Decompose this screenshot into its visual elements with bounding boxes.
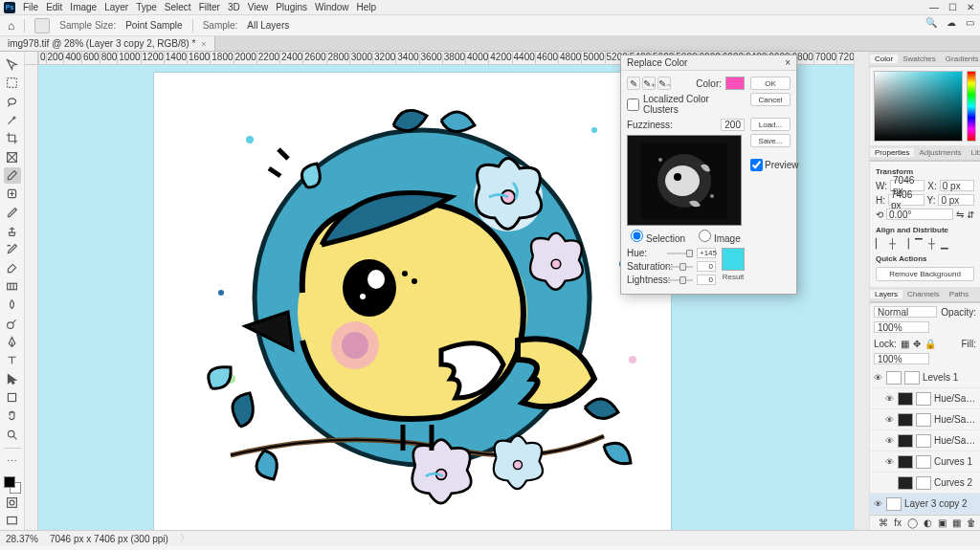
- dodge-tool[interactable]: [4, 316, 21, 332]
- gradient-tool[interactable]: [4, 278, 21, 295]
- visibility-icon[interactable]: 👁: [885, 436, 895, 446]
- align-right-icon[interactable]: ▕: [902, 238, 909, 249]
- layer-name[interactable]: Curves 2: [934, 477, 976, 488]
- layer-mask-thumbnail[interactable]: [904, 371, 920, 385]
- brush-tool[interactable]: [4, 205, 21, 221]
- tab-adjustments[interactable]: Adjustments: [914, 148, 966, 157]
- visibility-icon[interactable]: 👁: [885, 394, 895, 404]
- current-tool-icon[interactable]: [34, 18, 50, 33]
- cloud-icon[interactable]: ☁: [947, 17, 956, 28]
- layer-name[interactable]: Layer 3 copy 2: [904, 498, 976, 509]
- screen-mode-icon[interactable]: [4, 513, 21, 529]
- layer-name[interactable]: Hue/Saturation 1: [934, 435, 976, 446]
- layer-thumbnail[interactable]: [898, 413, 913, 427]
- link-layers-icon[interactable]: ⌘: [879, 517, 888, 528]
- tab-libraries[interactable]: Libraries: [967, 148, 981, 157]
- group-icon[interactable]: ▣: [938, 517, 947, 528]
- new-layer-icon[interactable]: ▦: [952, 517, 961, 528]
- menu-window[interactable]: Window: [315, 2, 349, 12]
- marquee-tool[interactable]: [4, 75, 21, 91]
- magic-wand-tool[interactable]: [4, 112, 21, 128]
- color-swatches[interactable]: [4, 476, 21, 493]
- align-bottom-icon[interactable]: ▁: [941, 238, 948, 249]
- menu-view[interactable]: View: [248, 2, 269, 12]
- blend-mode-dropdown[interactable]: Normal: [874, 306, 937, 318]
- load-button[interactable]: Load...: [750, 118, 791, 131]
- layer-mask-icon[interactable]: ◯: [907, 517, 918, 528]
- lock-all-icon[interactable]: 🔒: [924, 339, 936, 349]
- layer-row[interactable]: 👁Hue/Saturation 1: [870, 430, 980, 451]
- blur-tool[interactable]: [4, 297, 21, 313]
- close-icon[interactable]: ✕: [967, 2, 974, 12]
- eraser-tool[interactable]: [4, 260, 21, 276]
- align-center-v-icon[interactable]: ┼: [928, 238, 935, 249]
- align-center-h-icon[interactable]: ┼: [889, 238, 896, 249]
- zoom-level[interactable]: 28.37%: [6, 534, 38, 544]
- preview-checkbox[interactable]: Preview: [750, 159, 791, 171]
- tab-layers[interactable]: Layers: [870, 290, 902, 298]
- maximize-icon[interactable]: ☐: [948, 2, 957, 12]
- document-tab[interactable]: img978.tif @ 28% (Layer 3 copy 2, RGB/8)…: [0, 36, 215, 51]
- lightness-value[interactable]: 0: [697, 275, 716, 285]
- layer-thumbnail[interactable]: [898, 476, 913, 490]
- selection-radio[interactable]: Selection: [631, 230, 685, 244]
- layer-row[interactable]: 👁Hue/Saturation 3: [870, 388, 980, 409]
- flip-v-icon[interactable]: ⇵: [967, 209, 974, 220]
- tab-swatches[interactable]: Swatches: [898, 55, 941, 63]
- layer-mask-thumbnail[interactable]: [916, 455, 931, 469]
- adjustment-layer-icon[interactable]: ◐: [924, 517, 932, 528]
- zoom-tool[interactable]: [4, 427, 21, 443]
- opacity-field[interactable]: 100%: [874, 321, 929, 333]
- layer-thumbnail[interactable]: [886, 371, 902, 385]
- tab-color[interactable]: Color: [870, 55, 898, 63]
- eyedropper-icon[interactable]: ✎: [627, 77, 640, 90]
- menu-file[interactable]: File: [23, 2, 38, 12]
- pen-tool[interactable]: [4, 334, 21, 350]
- result-swatch[interactable]: [722, 248, 745, 271]
- search-icon[interactable]: 🔍: [925, 17, 937, 28]
- collapsed-dock[interactable]: [854, 52, 869, 530]
- lock-pixels-icon[interactable]: ▦: [901, 339, 909, 349]
- y-field[interactable]: 0 px: [938, 194, 974, 206]
- visibility-icon[interactable]: 👁: [885, 415, 895, 425]
- menu-3d[interactable]: 3D: [228, 2, 240, 12]
- align-left-icon[interactable]: ▏: [876, 238, 883, 249]
- hue-value[interactable]: +145: [697, 248, 716, 258]
- eyedropper-tool[interactable]: [4, 167, 21, 184]
- menu-edit[interactable]: Edit: [46, 2, 62, 12]
- path-selection-tool[interactable]: [4, 371, 21, 387]
- dialog-titlebar[interactable]: Replace Color ×: [621, 55, 796, 71]
- move-tool[interactable]: [4, 56, 21, 73]
- quick-mask-icon[interactable]: [4, 495, 21, 511]
- visibility-icon[interactable]: 👁: [885, 457, 895, 467]
- color-swatch[interactable]: [725, 77, 745, 90]
- layer-mask-thumbnail[interactable]: [916, 476, 931, 490]
- layer-name[interactable]: Hue/Saturation 3: [934, 393, 976, 404]
- document-info[interactable]: 7046 px x 7406 px (300 ppi): [50, 534, 168, 544]
- delete-layer-icon[interactable]: 🗑: [967, 517, 976, 528]
- menu-filter[interactable]: Filter: [199, 2, 220, 12]
- menu-type[interactable]: Type: [136, 2, 157, 12]
- crop-tool[interactable]: [4, 130, 21, 146]
- layer-thumbnail[interactable]: [898, 434, 913, 448]
- dialog-close-icon[interactable]: ×: [785, 57, 791, 68]
- frame-tool[interactable]: [4, 149, 21, 165]
- color-field[interactable]: [874, 71, 963, 142]
- minimize-icon[interactable]: —: [929, 2, 939, 12]
- replace-color-dialog[interactable]: Replace Color × ✎ ✎₊ ✎₋ Color: Localized…: [620, 55, 797, 295]
- hand-tool[interactable]: [4, 407, 21, 424]
- flip-h-icon[interactable]: ⇋: [956, 209, 964, 220]
- sample-size-dropdown[interactable]: Point Sample: [125, 20, 182, 31]
- layer-row[interactable]: 👁Hue/Saturation 2: [870, 409, 980, 430]
- home-icon[interactable]: ⌂: [8, 19, 14, 33]
- layer-name[interactable]: Levels 1: [923, 372, 976, 383]
- save-button[interactable]: Save...: [750, 134, 791, 147]
- layer-thumbnail[interactable]: [886, 497, 902, 511]
- cancel-button[interactable]: Cancel: [750, 93, 791, 106]
- saturation-value[interactable]: 0: [697, 261, 716, 272]
- layer-name[interactable]: Curves 1: [934, 456, 976, 467]
- layer-thumbnail[interactable]: [898, 455, 913, 469]
- lock-position-icon[interactable]: ✥: [913, 339, 921, 349]
- hue-slider[interactable]: [667, 253, 693, 254]
- tab-close-icon[interactable]: ×: [201, 39, 206, 49]
